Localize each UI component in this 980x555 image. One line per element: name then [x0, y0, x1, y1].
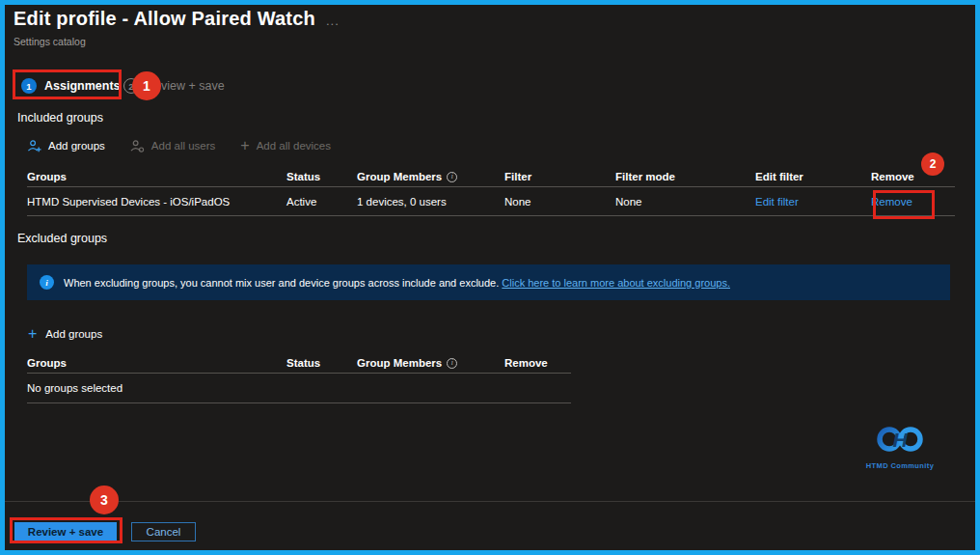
add-all-devices-button[interactable]: + Add all devices — [240, 139, 331, 153]
no-groups-selected-text: No groups selected — [27, 374, 571, 402]
person-users-icon — [130, 139, 145, 153]
tab-review-save[interactable]: 2 Review + save — [123, 72, 225, 99]
edit-profile-window: Edit profile - Allow Paired Watch ... Se… — [0, 0, 980, 555]
included-groups-table: Groups Status Group Members i Filter Fil… — [27, 167, 955, 216]
included-table-header: Groups Status Group Members i Filter Fil… — [27, 167, 955, 186]
col-status: Status — [286, 357, 357, 369]
col-status: Status — [286, 171, 357, 182]
cell-filter-mode: None — [615, 196, 755, 208]
plus-icon: + — [28, 327, 37, 341]
excluded-add-groups-label: Add groups — [45, 328, 102, 340]
included-groups-heading: Included groups — [17, 111, 103, 125]
exclude-info-banner: i When excluding groups, you cannot mix … — [27, 264, 950, 300]
col-filter: Filter — [504, 171, 615, 182]
person-add-icon — [27, 139, 41, 153]
col-remove: Remove — [504, 357, 571, 369]
tab-assignments-label: Assignments — [44, 79, 121, 93]
footer-divider — [5, 501, 975, 502]
htmd-logo-icon: H — [870, 423, 930, 459]
review-save-button[interactable]: Review + save — [14, 522, 117, 541]
step-1-badge: 1 — [21, 78, 37, 94]
table-row: HTMD Supervised Devices - iOS/iPadOS Act… — [27, 187, 955, 215]
col-edit-filter: Edit filter — [755, 171, 871, 182]
add-all-users-label: Add all users — [151, 140, 215, 152]
cell-group-members: 1 devices, 0 users — [357, 196, 504, 208]
plus-icon: + — [240, 139, 249, 153]
excluding-groups-learn-more-link[interactable]: Click here to learn more about excluding… — [502, 277, 730, 289]
info-icon[interactable]: i — [447, 358, 457, 369]
excluded-table-header: Groups Status Group Members i Remove — [27, 353, 571, 373]
step-2-badge: 2 — [123, 78, 139, 94]
col-group-members: Group Members i — [357, 357, 504, 369]
table-divider — [27, 402, 571, 403]
info-icon[interactable]: i — [447, 172, 457, 182]
add-groups-label: Add groups — [48, 140, 105, 152]
page-subtitle: Settings catalog — [14, 36, 86, 47]
htmd-logo-text: HTMD Community — [866, 461, 935, 470]
cancel-button[interactable]: Cancel — [131, 522, 196, 541]
svg-text:H: H — [892, 429, 908, 451]
tab-review-save-label: Review + save — [146, 79, 225, 93]
excluded-groups-table: Groups Status Group Members i Remove No … — [27, 353, 571, 403]
cell-group-name: HTMD Supervised Devices - iOS/iPadOS — [27, 196, 286, 208]
included-groups-toolbar: Add groups Add all users + Add all devic… — [27, 135, 331, 156]
banner-text: When excluding groups, you cannot mix us… — [64, 277, 730, 289]
remove-link[interactable]: Remove — [871, 196, 955, 208]
table-divider — [27, 215, 955, 216]
col-filter-mode: Filter mode — [615, 171, 755, 182]
col-group-members: Group Members i — [357, 171, 504, 182]
info-icon: i — [40, 275, 54, 290]
cell-filter: None — [504, 196, 615, 208]
col-groups: Groups — [27, 357, 286, 369]
htmd-community-logo: H HTMD Community — [854, 423, 946, 470]
tab-assignments[interactable]: 1 Assignments — [21, 72, 121, 99]
excluded-groups-heading: Excluded groups — [17, 232, 107, 245]
cell-status: Active — [286, 196, 357, 208]
col-remove: Remove — [871, 171, 955, 182]
add-all-users-button[interactable]: Add all users — [130, 139, 215, 153]
annotation-circle-3: 3 — [90, 486, 119, 514]
col-groups: Groups — [27, 171, 286, 182]
edit-filter-link[interactable]: Edit filter — [755, 196, 871, 208]
excluded-add-groups-button[interactable]: + Add groups — [28, 327, 102, 341]
add-groups-button[interactable]: Add groups — [27, 139, 105, 153]
more-options-icon[interactable]: ... — [326, 14, 340, 28]
add-all-devices-label: Add all devices — [257, 140, 331, 152]
page-title: Edit profile - Allow Paired Watch — [14, 8, 315, 30]
